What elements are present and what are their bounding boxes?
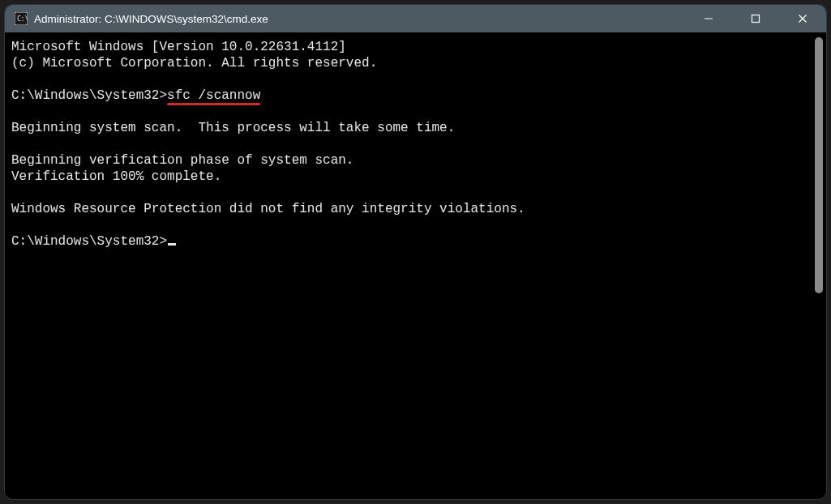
- terminal-output: Microsoft Windows [Version 10.0.22631.41…: [11, 39, 810, 493]
- svg-rect-2: [705, 19, 713, 19]
- text-cursor: [168, 243, 176, 246]
- cmd-icon: C:\: [15, 12, 28, 25]
- terminal-area[interactable]: Microsoft Windows [Version 10.0.22631.41…: [5, 32, 826, 499]
- maximize-button[interactable]: [732, 5, 779, 32]
- titlebar[interactable]: C:\ Administrator: C:\WINDOWS\system32\c…: [5, 5, 826, 32]
- scrollbar-thumb[interactable]: [815, 37, 823, 293]
- annotation-underline: [167, 103, 260, 105]
- cmd-window: C:\ Administrator: C:\WINDOWS\system32\c…: [5, 5, 826, 499]
- output-line: Microsoft Windows [Version 10.0.22631.41…: [11, 40, 346, 54]
- prompt-path: C:\Windows\System32>: [11, 88, 167, 103]
- output-line: Windows Resource Protection did not find…: [11, 202, 525, 216]
- entered-command: sfc /scannow: [167, 88, 260, 103]
- output-line: (c) Microsoft Corporation. All rights re…: [11, 56, 377, 70]
- svg-rect-3: [752, 15, 760, 23]
- output-line: Beginning verification phase of system s…: [11, 153, 353, 168]
- window-title: Administrator: C:\WINDOWS\system32\cmd.e…: [34, 13, 268, 25]
- output-line: Beginning system scan. This process will…: [11, 121, 455, 135]
- vertical-scrollbar[interactable]: [813, 37, 825, 494]
- close-button[interactable]: [779, 5, 826, 32]
- prompt-path: C:\Windows\System32>: [11, 234, 167, 249]
- svg-text:C:\: C:\: [17, 15, 28, 23]
- output-line: Verification 100% complete.: [11, 169, 221, 184]
- command-text: sfc /scannow: [167, 88, 260, 103]
- minimize-button[interactable]: [685, 5, 732, 32]
